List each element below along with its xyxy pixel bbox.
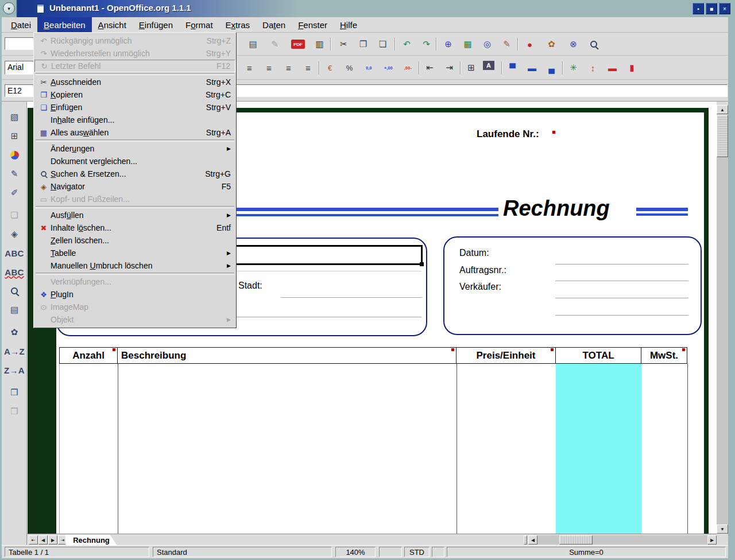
background-color-icon[interactable]: A [483,61,494,70]
redo-icon[interactable]: ↷ [419,37,434,51]
cancel-icon[interactable]: ⊗ [566,37,581,51]
borders-icon[interactable]: ⊞ [463,61,479,75]
menu-item-inhalte-einfuegen[interactable]: Inhalte einfügen... [34,114,235,126]
menu-item-ausschneiden[interactable]: ✂ Ausschneiden Strg+X [34,76,235,88]
insert-icon[interactable]: ▧ [6,109,23,125]
insert-object-icon[interactable] [6,147,23,163]
menu-einfuegen[interactable]: Einfügen [133,17,179,32]
currency-format-icon[interactable]: € [322,61,338,75]
sort-icon[interactable]: ↕ [585,61,601,75]
form-functions-icon[interactable]: ✐ [6,185,23,201]
scroll-left-button[interactable]: ◀ [528,535,537,545]
insert-cells-icon[interactable]: ✳ [566,61,581,75]
gallery-icon[interactable]: ✿ [6,324,23,340]
split-handle[interactable] [524,535,527,545]
menu-item-tabelle[interactable]: Tabelle ▶ [34,247,235,259]
menu-bearbeiten[interactable]: Bearbeiten [37,17,92,32]
document-icon[interactable]: ▤ [245,37,261,51]
menu-item-kopieren[interactable]: ❐ Kopieren Strg+C [34,88,235,101]
draw-functions-icon[interactable]: ✎ [499,37,514,51]
window-menu-button[interactable]: ▾ [3,2,15,14]
autoformat-icon[interactable]: ❏ [6,207,23,223]
align-right-icon[interactable]: ≡ [281,61,296,75]
add-decimal-icon[interactable]: +,00 [381,61,396,75]
menu-item-einfuegen[interactable]: ❏ Einfügen Strg+V [34,101,235,114]
draw-functions-icon[interactable]: ✎ [6,166,23,182]
ungroup-icon[interactable]: ❒ [6,403,23,419]
insert-cells-icon[interactable]: ⊞ [6,128,23,144]
align-center-icon[interactable]: ≡ [261,61,277,75]
selection-handle[interactable] [420,262,424,266]
align-bottom-icon[interactable]: ▄ [544,61,559,75]
titlebar[interactable]: ▾ Unbenannt1 - OpenOffice.org 1.1.1 ▪ ■ … [0,0,735,17]
close-button[interactable]: × [719,3,730,14]
undo-icon[interactable]: ↶ [399,37,415,51]
html-source-icon[interactable]: ◎ [479,37,495,51]
export-pdf-icon[interactable]: PDF [291,40,305,49]
menu-item-manueller-umbruch[interactable]: Manuellen Umbruch löschen ▶ [34,259,235,272]
cut-icon[interactable]: ✂ [336,37,351,51]
vertical-scroll-thumb[interactable] [717,115,728,157]
status-zoom[interactable]: 140% [335,547,376,557]
menu-item-dokument-vergleichen[interactable]: Dokument vergleichen... [34,155,235,168]
previous-sheet-button[interactable]: ◀ [38,535,48,545]
table-header-total: TOTAL [556,347,641,364]
menu-format[interactable]: Format [179,17,219,32]
scroll-right-button[interactable]: ▶ [707,535,717,545]
first-sheet-button[interactable]: ⇤ [29,535,38,545]
zoom-icon[interactable] [586,37,602,51]
delete-decimal-icon[interactable]: ,00- [400,61,416,75]
menu-daten[interactable]: Daten [256,17,292,32]
menu-fenster[interactable]: Fenster [292,17,334,32]
scroll-down-button[interactable]: ▼ [717,524,728,534]
group-icon[interactable]: ❒ [6,384,23,400]
next-sheet-button[interactable]: ▶ [48,535,57,545]
menu-hilfe[interactable]: Hilfe [334,17,363,32]
percent-format-icon[interactable]: % [342,61,357,75]
justify-icon[interactable]: ≡ [300,61,316,75]
print-icon[interactable]: ▥ [312,37,327,51]
cell-reference-box[interactable]: E12 [5,84,33,97]
align-center-vertical-icon[interactable]: ▬ [524,61,540,75]
spellcheck-icon[interactable]: ABC [6,245,23,261]
sort-ascending-icon[interactable]: A→Z [6,343,23,359]
edit-file-icon[interactable]: ✎ [267,37,283,51]
menu-item-aenderungen[interactable]: Änderungen ▶ [34,142,235,155]
align-top-icon[interactable]: ▀ [505,61,520,75]
menu-item-zellen-loeschen[interactable]: Zellen löschen... [34,234,235,247]
menu-item-inhalte-loeschen[interactable]: ✖ Inhalte löschen... Entf [34,221,235,234]
standard-format-icon[interactable]: 0,0 [361,61,377,75]
delete-rows-icon[interactable]: ▮ [624,61,640,75]
data-sources-icon[interactable]: ▦ [460,37,475,51]
horizontal-scroll-thumb[interactable] [559,535,593,545]
menu-datei[interactable]: Datei [5,17,37,32]
menu-item-plugin[interactable]: ❖ PlugIn [34,288,235,301]
delete-cells-icon[interactable]: ▬ [605,61,620,75]
stylist-icon[interactable]: ▤ [6,302,23,318]
menu-item-suchen-ersetzen[interactable]: Suchen & Ersetzen... Strg+G [34,168,235,180]
menu-item-alles-auswaehlen[interactable]: ▦ Alles auswählen Strg+A [34,126,235,139]
navigator-icon[interactable]: ◈ [6,226,23,242]
sheet-tab-rechnung[interactable]: Rechnung [65,535,117,546]
hyperlink-icon[interactable]: ⊕ [440,37,456,51]
minimize-button[interactable]: ▪ [693,3,704,14]
sort-descending-icon[interactable]: Z→A [6,362,23,378]
menu-item-ausfuellen[interactable]: Ausfüllen ▶ [34,209,235,221]
scroll-up-button[interactable]: ▲ [717,105,728,114]
menu-ansicht[interactable]: Ansicht [92,17,133,32]
paste-icon[interactable]: ❏ [375,37,390,51]
align-left-icon[interactable]: ≡ [242,61,257,75]
stop-icon[interactable]: ● [522,37,537,51]
maximize-button[interactable]: ■ [706,3,717,14]
autospellcheck-icon[interactable]: ABC [6,264,23,280]
status-insert-mode[interactable] [379,547,402,557]
vertical-scrollbar[interactable]: ▲ ▼ [717,105,728,534]
increase-indent-icon[interactable]: ⇥ [442,61,457,75]
find-replace-icon[interactable] [6,283,23,299]
menu-extras[interactable]: Extras [219,17,257,32]
gallery-icon[interactable]: ✿ [544,37,559,51]
copy-icon[interactable]: ❐ [355,37,371,51]
status-selection-mode[interactable]: STD [404,547,430,557]
decrease-indent-icon[interactable]: ⇤ [422,61,438,75]
menu-item-navigator[interactable]: ◈ Navigator F5 [34,180,235,193]
